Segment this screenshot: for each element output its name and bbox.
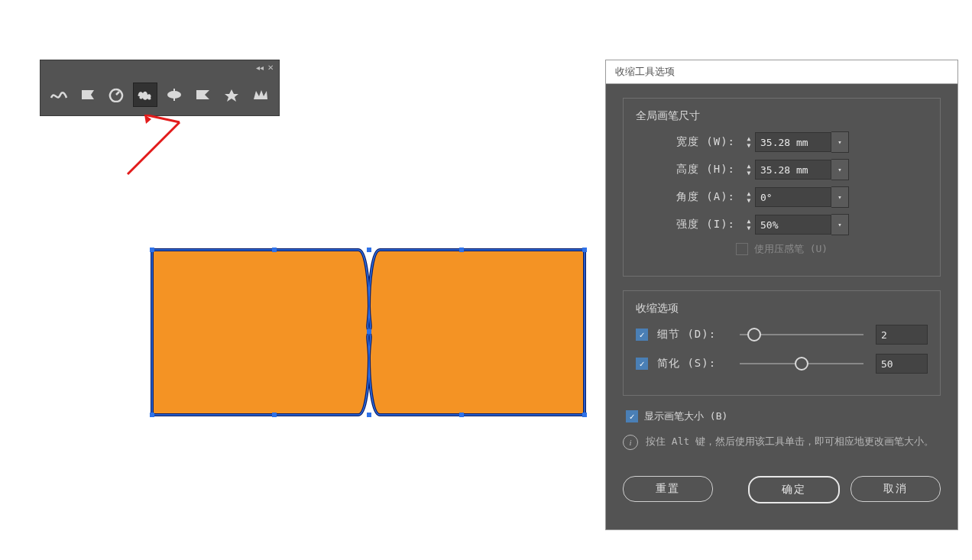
svg-line-3 (128, 122, 180, 174)
scallop-icon (165, 87, 183, 102)
reset-button[interactable]: 重置 (623, 476, 713, 502)
svg-rect-6 (272, 248, 277, 252)
tool-bloat[interactable] (133, 83, 157, 107)
tool-panel: ◂◂ ✕ (40, 60, 280, 116)
bloat-icon (135, 87, 155, 102)
angle-stepper[interactable]: ▲▼ (743, 188, 755, 206)
svg-rect-15 (367, 329, 371, 334)
angle-dropdown[interactable]: ▾ (831, 186, 849, 208)
width-stepper[interactable]: ▲▼ (743, 133, 755, 151)
info-icon: i (623, 435, 638, 450)
svg-rect-1 (173, 89, 175, 101)
tool-twirl[interactable] (76, 83, 100, 107)
width-dropdown[interactable]: ▾ (831, 131, 849, 153)
height-input[interactable] (755, 160, 831, 180)
intensity-row: 强度 (I): ▲▼ ▾ (636, 215, 928, 235)
wrinkle-icon (222, 87, 241, 102)
detail-slider[interactable] (740, 334, 863, 335)
show-brush-row: ✓ 显示画笔大小 (B) (626, 409, 941, 423)
svg-rect-9 (582, 248, 587, 252)
svg-rect-13 (459, 413, 464, 417)
dialog-button-row: 重置 确定 取消 (623, 470, 941, 516)
angle-input[interactable] (755, 187, 831, 207)
simplify-row: ✓ 简化 (S): (636, 354, 928, 374)
width-row: 宽度 (W): ▲▼ ▾ (636, 132, 928, 152)
detail-slider-thumb[interactable] (747, 328, 761, 342)
tool-crystallize[interactable] (191, 83, 215, 107)
width-label: 宽度 (W): (636, 135, 743, 149)
tool-crown[interactable] (248, 83, 273, 107)
twirl-icon (79, 87, 97, 102)
collapse-icon[interactable]: ◂◂ (254, 63, 265, 72)
pucker-icon (107, 87, 125, 102)
tool-scallop[interactable] (162, 83, 186, 107)
pucker-options-heading: 收缩选项 (636, 302, 928, 316)
svg-rect-12 (367, 413, 371, 417)
height-dropdown[interactable]: ▾ (831, 159, 849, 180)
tool-row (40, 74, 279, 115)
svg-rect-11 (272, 413, 277, 417)
dialog-body: 全局画笔尺寸 宽度 (W): ▲▼ ▾ 高度 (H): ▲▼ ▾ 角度 (A):… (606, 84, 957, 529)
pressure-label: 使用压感笔 (U) (754, 242, 828, 256)
height-stepper[interactable]: ▲▼ (743, 160, 755, 179)
detail-input[interactable] (876, 325, 928, 345)
intensity-dropdown[interactable]: ▾ (831, 214, 849, 235)
intensity-stepper[interactable]: ▲▼ (743, 215, 755, 234)
height-label: 高度 (H): (636, 163, 743, 176)
simplify-label: 简化 (S): (657, 357, 727, 371)
intensity-input[interactable] (755, 215, 831, 235)
tool-warp[interactable] (47, 83, 71, 107)
dialog-title: 收缩工具选项 (606, 60, 957, 84)
simplify-input[interactable] (876, 354, 928, 374)
tool-pucker[interactable] (105, 83, 129, 107)
tool-panel-header: ◂◂ ✕ (40, 60, 279, 74)
hint-text: 按住 Alt 键，然后使用该工具单击，即可相应地更改画笔大小。 (646, 434, 934, 450)
hint-row: i 按住 Alt 键，然后使用该工具单击，即可相应地更改画笔大小。 (623, 434, 941, 450)
detail-checkbox[interactable]: ✓ (636, 329, 648, 341)
intensity-label: 强度 (I): (636, 218, 743, 231)
tool-wrinkle[interactable] (220, 83, 245, 107)
warp-icon (50, 87, 68, 102)
svg-rect-8 (459, 248, 464, 252)
pressure-checkbox (736, 243, 748, 255)
annotation-arrow (118, 115, 187, 183)
show-brush-checkbox[interactable]: ✓ (626, 410, 638, 422)
svg-rect-5 (150, 248, 154, 252)
cancel-button[interactable]: 取消 (851, 476, 941, 502)
show-brush-label: 显示画笔大小 (B) (644, 409, 727, 423)
canvas-selected-shape[interactable] (147, 245, 591, 422)
crown-icon (251, 87, 270, 102)
pressure-row: 使用压感笔 (U) (636, 242, 928, 256)
height-row: 高度 (H): ▲▼ ▾ (636, 160, 928, 180)
detail-row: ✓ 细节 (D): (636, 325, 928, 345)
angle-row: 角度 (A): ▲▼ ▾ (636, 187, 928, 207)
global-brush-heading: 全局画笔尺寸 (636, 109, 928, 123)
pucker-tool-options-dialog: 收缩工具选项 全局画笔尺寸 宽度 (W): ▲▼ ▾ 高度 (H): ▲▼ ▾ … (605, 60, 958, 530)
angle-label: 角度 (A): (636, 190, 743, 204)
simplify-checkbox[interactable]: ✓ (636, 358, 648, 370)
svg-rect-10 (150, 413, 154, 417)
pucker-options-group: 收缩选项 ✓ 细节 (D): ✓ 简化 (S): (623, 290, 941, 396)
close-icon[interactable]: ✕ (265, 63, 276, 72)
global-brush-group: 全局画笔尺寸 宽度 (W): ▲▼ ▾ 高度 (H): ▲▼ ▾ 角度 (A):… (623, 98, 941, 277)
width-input[interactable] (755, 132, 831, 152)
simplify-slider-thumb[interactable] (795, 357, 808, 371)
crystallize-icon (194, 87, 212, 102)
svg-rect-14 (582, 413, 587, 417)
detail-label: 细节 (D): (657, 328, 727, 342)
simplify-slider[interactable] (740, 363, 863, 364)
svg-rect-7 (367, 248, 371, 252)
ok-button[interactable]: 确定 (748, 476, 840, 503)
